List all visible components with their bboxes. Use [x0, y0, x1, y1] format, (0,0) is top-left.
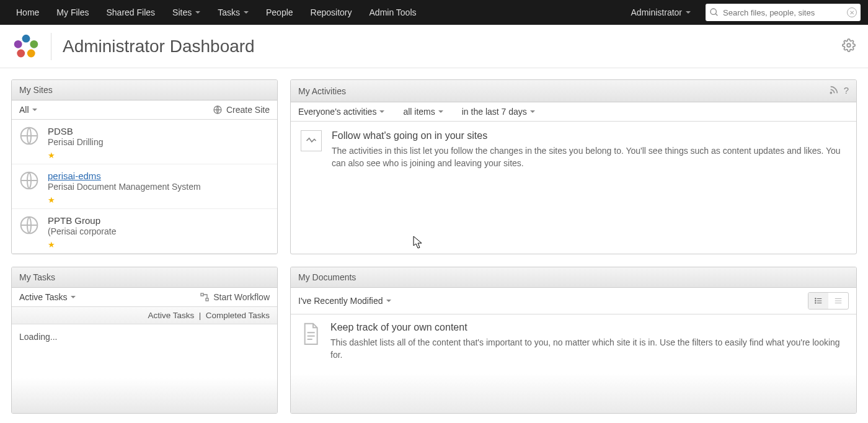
svg-line-1 [715, 14, 717, 16]
start-workflow-button[interactable]: Start Workflow [200, 292, 270, 302]
svg-point-19 [815, 298, 816, 299]
site-description: Perisai Document Management System [48, 182, 201, 192]
page-header: Administrator Dashboard [0, 25, 868, 68]
chevron-down-icon [71, 296, 76, 298]
favorite-star-icon[interactable]: ★ [48, 151, 55, 160]
top-navigation: Home My Files Shared Files Sites Tasks P… [0, 0, 868, 25]
chevron-down-icon [530, 110, 535, 113]
nav-tasks[interactable]: Tasks [209, 0, 257, 25]
create-site-button[interactable]: Create Site [213, 105, 270, 115]
my-documents-dashlet: My Documents I've Recently Modified Keep… [290, 267, 857, 414]
documents-empty-body: This dashlet lists all of the content th… [330, 337, 846, 361]
svg-point-13 [830, 92, 831, 94]
documents-empty-heading: Keep track of your own content [330, 322, 846, 333]
my-activities-dashlet: My Activities ? Everyone's activities al… [290, 79, 857, 254]
workflow-icon [200, 292, 210, 302]
sites-filter-dropdown[interactable]: All [19, 105, 37, 115]
favorite-star-icon[interactable]: ★ [48, 240, 55, 249]
nav-repository[interactable]: Repository [302, 0, 361, 25]
svg-point-5 [17, 49, 25, 57]
chevron-down-icon [195, 11, 200, 14]
active-tasks-link[interactable]: Active Tasks [148, 311, 194, 320]
rss-icon[interactable] [829, 85, 839, 97]
completed-tasks-link[interactable]: Completed Tasks [206, 311, 270, 320]
tasks-filter-dropdown[interactable]: Active Tasks [19, 292, 76, 302]
svg-point-20 [815, 300, 816, 301]
my-sites-dashlet: My Sites All Create Site PDSB Perisai Dr… [11, 79, 278, 254]
svg-point-3 [30, 40, 38, 48]
nav-shared-files[interactable]: Shared Files [97, 0, 164, 25]
nav-sites[interactable]: Sites [164, 0, 209, 25]
site-description: (Perisai corporate [48, 226, 117, 236]
gear-icon [842, 38, 856, 52]
clear-search-button[interactable]: ✕ [847, 7, 857, 17]
chevron-down-icon [244, 11, 249, 14]
document-icon [301, 322, 321, 347]
view-toggle [808, 292, 849, 309]
user-menu[interactable]: Administrator [622, 7, 699, 17]
site-name[interactable]: PDSB [48, 126, 103, 136]
svg-point-8 [847, 43, 851, 47]
simple-view-button[interactable] [828, 293, 848, 309]
sites-list[interactable]: PDSB Perisai Drilling ★ perisai-edms Per… [12, 120, 277, 254]
site-name[interactable]: perisai-edms [48, 171, 201, 181]
globe-plus-icon [213, 105, 223, 115]
dashboard-grid: My Sites All Create Site PDSB Perisai Dr… [0, 68, 868, 423]
globe-icon [19, 126, 39, 146]
activities-toolbar: Everyone's activities all items in the l… [291, 102, 856, 122]
app-logo-icon [12, 33, 40, 60]
activities-empty-body: The activities in this list let you foll… [332, 145, 846, 169]
svg-point-4 [27, 49, 35, 57]
activities-body: Follow what's going on in your sites The… [291, 122, 856, 254]
dashlet-title: My Activities ? [291, 80, 856, 102]
nav-admin-tools[interactable]: Admin Tools [361, 0, 425, 25]
my-tasks-dashlet: My Tasks Active Tasks Start Workflow Act… [11, 267, 278, 414]
chevron-down-icon [379, 110, 384, 113]
activities-empty-heading: Follow what's going on in your sites [332, 130, 846, 141]
detailed-view-button[interactable] [808, 293, 828, 309]
dashlet-title: My Documents [291, 267, 856, 288]
site-description: Perisai Drilling [48, 137, 103, 147]
my-sites-toolbar: All Create Site [12, 100, 277, 120]
favorite-star-icon[interactable]: ★ [48, 195, 55, 205]
list-detailed-icon [814, 296, 823, 305]
site-item[interactable]: perisai-edms Perisai Document Management… [12, 164, 277, 209]
documents-toolbar: I've Recently Modified [291, 288, 856, 314]
globe-icon [19, 215, 39, 235]
nav-people[interactable]: People [257, 0, 302, 25]
activities-people-filter[interactable]: Everyone's activities [298, 107, 384, 117]
svg-point-7 [23, 43, 29, 49]
help-icon[interactable]: ? [844, 85, 849, 97]
chevron-down-icon [438, 110, 443, 113]
tasks-toolbar: Active Tasks Start Workflow [12, 288, 277, 307]
nav-home[interactable]: Home [7, 0, 48, 25]
chevron-down-icon [686, 11, 691, 14]
search-input[interactable] [723, 8, 847, 17]
search-box: ✕ [706, 4, 861, 21]
svg-rect-14 [201, 293, 203, 296]
activities-range-filter[interactable]: in the last 7 days [462, 107, 535, 117]
chevron-down-icon [32, 109, 37, 111]
customize-dashboard-button[interactable] [842, 38, 856, 54]
site-name[interactable]: PPTB Group [48, 215, 117, 226]
dashlet-title: My Sites [12, 80, 277, 100]
activity-icon [301, 130, 322, 151]
globe-icon [19, 171, 39, 190]
page-title: Administrator Dashboard [51, 33, 255, 60]
documents-body: Keep track of your own content This dash… [291, 314, 856, 413]
loading-text: Loading... [19, 332, 58, 342]
site-item[interactable]: PDSB Perisai Drilling ★ [12, 120, 277, 164]
svg-rect-15 [206, 298, 208, 301]
svg-point-2 [22, 34, 30, 42]
list-simple-icon [834, 296, 843, 305]
svg-point-21 [815, 303, 816, 303]
dashlet-title: My Tasks [12, 267, 277, 288]
nav-my-files[interactable]: My Files [48, 0, 97, 25]
chevron-down-icon [386, 300, 391, 302]
activities-type-filter[interactable]: all items [403, 107, 443, 117]
documents-filter-dropdown[interactable]: I've Recently Modified [298, 296, 391, 306]
site-item[interactable]: PPTB Group (Perisai corporate ★ [12, 209, 277, 254]
svg-point-6 [14, 40, 22, 48]
tasks-subbar: Active Tasks | Completed Tasks [12, 307, 277, 324]
svg-point-0 [711, 9, 716, 14]
